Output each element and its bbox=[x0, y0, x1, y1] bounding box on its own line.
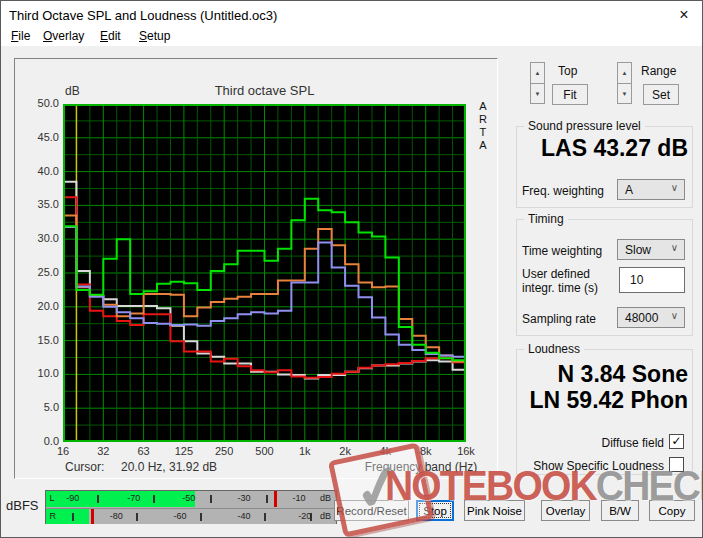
x-axis-tick: 125 bbox=[163, 445, 205, 457]
meter-scale-label: -20 bbox=[298, 511, 311, 521]
freq-weighting-select[interactable]: A ∨ bbox=[617, 179, 685, 200]
range-spin-down-icon[interactable]: ▼ bbox=[617, 83, 632, 104]
bw-button[interactable]: B/W bbox=[601, 500, 639, 521]
top-spin-down-icon[interactable]: ▼ bbox=[530, 83, 545, 104]
meter-tick bbox=[210, 495, 212, 503]
spl-value: LAS 43.27 dB bbox=[521, 135, 688, 162]
meter-scale-label: -40 bbox=[237, 511, 250, 521]
loudness-phon-value: LN 59.42 Phon bbox=[521, 387, 688, 414]
meter-scale-label: -70 bbox=[127, 493, 140, 503]
chevron-down-icon: ∨ bbox=[671, 182, 678, 193]
x-axis-label: Frequency band (Hz) bbox=[359, 460, 483, 474]
integr-time-label-line1: User defined bbox=[522, 267, 590, 281]
chevron-down-icon: ∨ bbox=[671, 242, 678, 253]
spl-plot[interactable] bbox=[63, 104, 466, 442]
x-axis-tick: 63 bbox=[123, 445, 165, 457]
integr-time-value: 10 bbox=[630, 273, 643, 287]
y-axis-tick: 50.0 bbox=[23, 97, 59, 109]
top-spinner: ▲ ▼ bbox=[530, 62, 545, 104]
x-axis-tick: 8k bbox=[405, 445, 447, 457]
x-axis-tick: 32 bbox=[82, 445, 124, 457]
record-reset-button[interactable]: Record/Reset bbox=[334, 500, 409, 521]
meter-scale-label: dB bbox=[320, 493, 331, 503]
x-axis-tick: 2k bbox=[324, 445, 366, 457]
x-axis-tick: 16k bbox=[445, 445, 487, 457]
integr-time-label-line2: integr. time (s) bbox=[522, 281, 598, 295]
diffuse-field-label: Diffuse field bbox=[521, 436, 664, 450]
fit-button[interactable]: Fit bbox=[552, 84, 588, 105]
plot-canvas[interactable] bbox=[63, 104, 466, 442]
range-spin-up-icon[interactable]: ▲ bbox=[617, 62, 632, 83]
loudness-sone-value: N 3.84 Sone bbox=[521, 361, 688, 388]
range-label: Range bbox=[641, 64, 676, 78]
top-spin-up-icon[interactable]: ▲ bbox=[530, 62, 545, 83]
window-title: Third Octave SPL and Loudness (Untitled.… bbox=[9, 8, 277, 23]
y-axis-tick: 45.0 bbox=[23, 131, 59, 143]
cursor-readout-label: Cursor: bbox=[65, 460, 104, 474]
meter-tick bbox=[136, 513, 138, 521]
menu-edit[interactable]: Edit bbox=[96, 29, 125, 46]
range-spinner: ▲ ▼ bbox=[617, 62, 632, 104]
level-meter: L-90-70-50-30-10dBR-80-60-40-20dB bbox=[45, 490, 337, 524]
x-axis-tick: 500 bbox=[244, 445, 286, 457]
meter-tick bbox=[153, 495, 155, 503]
meter-scale-label: -90 bbox=[66, 493, 79, 503]
meter-channel-l: L-90-70-50-30-10dB bbox=[46, 491, 336, 507]
time-weighting-select[interactable]: Slow ∨ bbox=[617, 239, 685, 260]
meter-tick bbox=[200, 513, 202, 521]
menu-overlay[interactable]: Overlay bbox=[39, 29, 88, 46]
show-specific-loudness-checkbox[interactable] bbox=[669, 457, 684, 472]
meter-channel-r: R-80-60-40-20dB bbox=[46, 508, 336, 524]
y-axis-tick: 25.0 bbox=[23, 266, 59, 278]
dbfs-label: dBFS bbox=[6, 498, 39, 513]
diffuse-field-checkbox[interactable]: ✓ bbox=[669, 434, 684, 449]
arta-spl-window: Third Octave SPL and Loudness (Untitled.… bbox=[0, 0, 703, 538]
chevron-down-icon: ∨ bbox=[671, 310, 678, 321]
meter-peak-marker bbox=[274, 491, 277, 507]
meter-scale-label: dB bbox=[320, 511, 331, 521]
menu-bar: File Overlay Edit Setup bbox=[1, 29, 702, 46]
meter-scale-label: -30 bbox=[237, 493, 250, 503]
meter-scale-label: -60 bbox=[174, 511, 187, 521]
meter-scale-label: -10 bbox=[293, 493, 306, 503]
close-icon[interactable]: × bbox=[673, 5, 695, 25]
check-icon: ✓ bbox=[671, 434, 681, 448]
meter-tick bbox=[264, 513, 266, 521]
menu-file[interactable]: File bbox=[7, 29, 34, 46]
spl-group-label: Sound pressure level bbox=[524, 119, 645, 133]
freq-weighting-value: A bbox=[625, 183, 633, 197]
freq-weighting-label: Freq. weighting bbox=[522, 184, 604, 198]
meter-channel-label: L bbox=[49, 493, 54, 503]
cursor-readout-value: 20.0 Hz, 31.92 dB bbox=[121, 460, 217, 474]
stop-button[interactable]: Stop bbox=[416, 500, 454, 521]
integr-time-input[interactable]: 10 bbox=[619, 267, 685, 293]
pink-noise-button[interactable]: Pink Noise bbox=[464, 500, 525, 521]
x-axis-tick: 16 bbox=[42, 445, 84, 457]
y-axis-tick: 40.0 bbox=[23, 165, 59, 177]
x-axis-tick: 250 bbox=[203, 445, 245, 457]
arta-logo-text: A R T A bbox=[479, 100, 487, 152]
meter-tick bbox=[97, 495, 99, 503]
menu-setup[interactable]: Setup bbox=[135, 29, 174, 46]
loudness-group-label: Loudness bbox=[524, 342, 584, 356]
meter-scale-label: -50 bbox=[182, 493, 195, 503]
time-weighting-label: Time weighting bbox=[522, 244, 602, 258]
top-label: Top bbox=[558, 64, 577, 78]
set-button[interactable]: Set bbox=[643, 84, 679, 105]
overlay-button[interactable]: Overlay bbox=[541, 500, 590, 521]
y-axis-tick: 10.0 bbox=[23, 367, 59, 379]
x-axis-tick: 4k bbox=[364, 445, 406, 457]
meter-tick bbox=[266, 495, 268, 503]
meter-scale-label: -80 bbox=[110, 511, 123, 521]
y-axis-tick: 30.0 bbox=[23, 232, 59, 244]
y-axis-tick: 5.0 bbox=[23, 401, 59, 413]
chart-title: Third octave SPL bbox=[63, 83, 466, 98]
timing-group-label: Timing bbox=[524, 212, 568, 226]
x-axis-tick: 1k bbox=[284, 445, 326, 457]
y-axis-tick: 15.0 bbox=[23, 334, 59, 346]
sampling-rate-value: 48000 bbox=[625, 311, 658, 325]
copy-button[interactable]: Copy bbox=[649, 500, 695, 521]
y-axis-tick: 35.0 bbox=[23, 198, 59, 210]
sampling-rate-select[interactable]: 48000 ∨ bbox=[617, 307, 685, 328]
y-axis-tick: 20.0 bbox=[23, 300, 59, 312]
